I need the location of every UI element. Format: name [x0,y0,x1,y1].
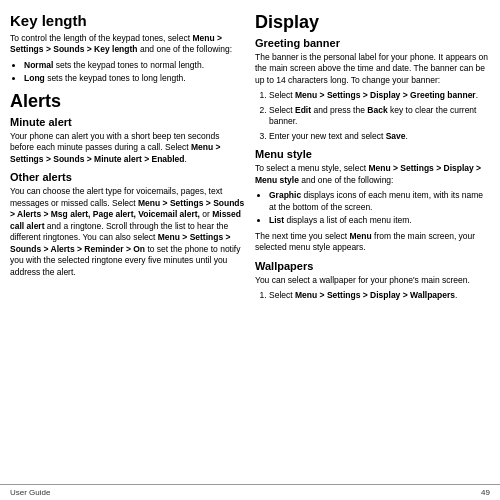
greeting-banner-subtitle: Greeting banner [255,37,490,49]
menu-style-bullets: Graphic displays icons of each menu item… [269,190,490,226]
step-bold: Menu > Settings > Display > Wallpapers [295,290,455,300]
menu-text2: and one of the following: [299,175,394,185]
bullet-bold: Long [24,73,45,83]
page-container: Key length To control the length of the … [0,0,500,500]
step-bold: Menu > Settings > Display > Greeting ban… [295,90,476,100]
minute-alert-subtitle: Minute alert [10,116,245,128]
alerts-title: Alerts [10,91,245,112]
step-text: Select [269,290,295,300]
menu-style-section: Menu style To select a menu style, selec… [255,148,490,253]
footer-left: User Guide [10,488,50,497]
keylength-intro3: and one of the following: [140,44,232,54]
left-column: Key length To control the length of the … [10,12,245,480]
wallpapers-body: You can select a wallpaper for your phon… [255,275,490,286]
menu-style-note: The next time you select Menu from the m… [255,231,490,254]
content-area: Key length To control the length of the … [0,0,500,484]
step-text: Select [269,90,295,100]
step-bold: Edit [295,105,311,115]
keylength-section: Key length To control the length of the … [10,12,245,89]
minute-alert-text1: Your phone can alert you with a short be… [10,131,220,152]
keylength-intro-text: To control the length of the keypad tone… [10,33,190,43]
list-item: Select Edit and press the Back key to cl… [269,105,490,128]
minute-alert-end: . [185,154,187,164]
footer: User Guide 49 [0,484,500,500]
wallpapers-section: Wallpapers You can select a wallpaper fo… [255,260,490,302]
footer-right: 49 [481,488,490,497]
bullet-bold: Graphic [269,190,301,200]
step-end: . [455,290,457,300]
step-mid: and press the [311,105,367,115]
list-item: Graphic displays icons of each menu item… [269,190,490,213]
bullet-bold: List [269,215,284,225]
step-end: . [406,131,408,141]
minute-alert-section: Minute alert Your phone can alert you wi… [10,116,245,165]
step-end: . [476,90,478,100]
other-alerts-section: Other alerts You can choose the alert ty… [10,171,245,278]
right-column: Display Greeting banner The banner is th… [255,12,490,480]
list-item: Select Menu > Settings > Display > Greet… [269,90,490,101]
list-item: Enter your new text and select Save. [269,131,490,142]
bullet-text: displays a list of each menu item. [284,215,412,225]
menu-note-bold: Menu [350,231,372,241]
greeting-banner-body: The banner is the personal label for you… [255,52,490,86]
step-text: Enter your new text and select [269,131,386,141]
step-bold2: Back [367,105,387,115]
menu-style-subtitle: Menu style [255,148,490,160]
list-item: Normal sets the keypad tones to normal l… [24,60,245,71]
minute-alert-body: Your phone can alert you with a short be… [10,131,245,165]
greeting-banner-section: Greeting banner The banner is the person… [255,37,490,142]
bullet-text: displays icons of each menu item, with i… [269,190,483,211]
keylength-bullets: Normal sets the keypad tones to normal l… [24,60,245,85]
display-section: Display Greeting banner The banner is th… [255,12,490,306]
other-alerts-body: You can choose the alert type for voicem… [10,186,245,278]
bullet-text: sets the keypad tones to long length. [45,73,186,83]
wallpapers-steps: Select Menu > Settings > Display > Wallp… [269,290,490,301]
wallpapers-subtitle: Wallpapers [255,260,490,272]
step-text: Select [269,105,295,115]
menu-style-intro: To select a menu style, select Menu > Se… [255,163,490,186]
keylength-intro: To control the length of the keypad tone… [10,33,245,56]
greeting-banner-steps: Select Menu > Settings > Display > Greet… [269,90,490,142]
bullet-bold: Normal [24,60,53,70]
other-alerts-subtitle: Other alerts [10,171,245,183]
keylength-title: Key length [10,12,245,29]
list-item: Long sets the keypad tones to long lengt… [24,73,245,84]
step-bold: Save [386,131,406,141]
other-text2: or [200,209,212,219]
menu-note-text1: The next time you select [255,231,350,241]
bullet-text: sets the keypad tones to normal length. [53,60,204,70]
menu-text1: To select a menu style, select [255,163,368,173]
list-item: List displays a list of each menu item. [269,215,490,226]
display-title: Display [255,12,490,33]
list-item: Select Menu > Settings > Display > Wallp… [269,290,490,301]
alerts-section: Alerts Minute alert Your phone can alert… [10,89,245,282]
